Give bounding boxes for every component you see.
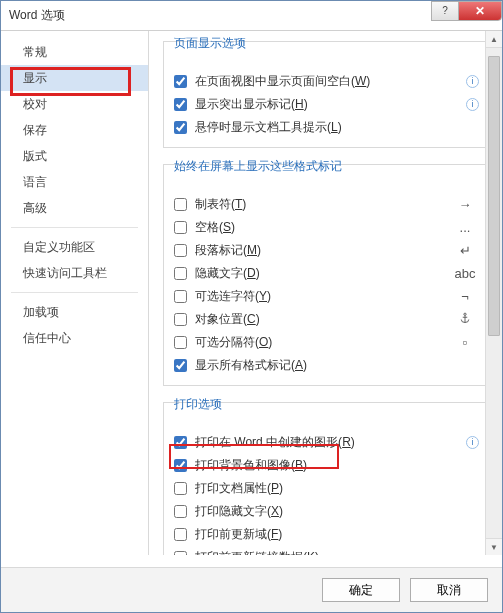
format-marks-checkbox-4[interactable] — [174, 290, 187, 303]
ok-button[interactable]: 确定 — [322, 578, 400, 602]
page-display-label-2: 悬停时显示文档工具提示(L) — [195, 119, 479, 136]
sidebar-item-2[interactable]: 校对 — [1, 91, 148, 117]
format-marks-row-0: 制表符(T)→ — [174, 193, 479, 216]
print-checkbox-5[interactable] — [174, 551, 187, 555]
sidebar-separator — [11, 292, 138, 293]
print-row-3: 打印隐藏文字(X) — [174, 500, 479, 523]
print-label-3: 打印隐藏文字(X) — [195, 503, 479, 520]
format-marks-label-0: 制表符(T) — [195, 196, 451, 213]
sidebar-item-4[interactable]: 版式 — [1, 143, 148, 169]
print-checkbox-2[interactable] — [174, 482, 187, 495]
format-marks-symbol-0: → — [451, 197, 479, 212]
format-marks-label-3: 隐藏文字(D) — [195, 265, 451, 282]
page-display-row-2: 悬停时显示文档工具提示(L) — [174, 116, 479, 139]
format-marks-label-4: 可选连字符(Y) — [195, 288, 451, 305]
page-display-checkbox-0[interactable] — [174, 75, 187, 88]
format-marks-label-1: 空格(S) — [195, 219, 451, 236]
print-checkbox-1[interactable] — [174, 459, 187, 472]
page-display-label-1: 显示突出显示标记(H) — [195, 96, 462, 113]
scroll-thumb[interactable] — [488, 56, 500, 336]
sidebar-item-5[interactable]: 语言 — [1, 169, 148, 195]
titlebar-buttons: ? ✕ — [432, 1, 502, 23]
close-button[interactable]: ✕ — [458, 1, 502, 21]
format-marks-row-4: 可选连字符(Y)¬ — [174, 285, 479, 308]
format-marks-section: 始终在屏幕上显示这些格式标记制表符(T)→空格(S)...段落标记(M)↵隐藏文… — [163, 164, 490, 386]
format-marks-row-1: 空格(S)... — [174, 216, 479, 239]
info-icon[interactable]: i — [466, 98, 479, 111]
titlebar: Word 选项 ? ✕ — [1, 1, 502, 31]
help-button[interactable]: ? — [431, 1, 459, 21]
sidebar-item-8[interactable]: 快速访问工具栏 — [1, 260, 148, 286]
format-marks-symbol-5 — [451, 312, 479, 327]
format-marks-row-3: 隐藏文字(D)abc — [174, 262, 479, 285]
print-label-2: 打印文档属性(P) — [195, 480, 479, 497]
print-label-5: 打印前更新链接数据(K) — [195, 549, 479, 555]
format-marks-checkbox-0[interactable] — [174, 198, 187, 211]
format-marks-label-5: 对象位置(C) — [195, 311, 451, 328]
format-marks-checkbox-7[interactable] — [174, 359, 187, 372]
format-marks-symbol-4: ¬ — [451, 289, 479, 304]
svg-point-0 — [464, 313, 466, 315]
format-marks-row-5: 对象位置(C) — [174, 308, 479, 331]
page-display-checkbox-1[interactable] — [174, 98, 187, 111]
format-marks-label-7: 显示所有格式标记(A) — [195, 357, 479, 374]
scroll-up-button[interactable]: ▲ — [486, 31, 502, 48]
sidebar-item-1[interactable]: 显示 — [1, 65, 148, 91]
format-marks-checkbox-2[interactable] — [174, 244, 187, 257]
page-display-row-1: 显示突出显示标记(H)i — [174, 93, 479, 116]
print-row-4: 打印前更新域(F) — [174, 523, 479, 546]
format-marks-symbol-3: abc — [451, 266, 479, 281]
info-icon[interactable]: i — [466, 436, 479, 449]
print-section: 打印选项打印在 Word 中创建的图形(R)i打印背景色和图像(B)打印文档属性… — [163, 402, 490, 555]
print-row-0: 打印在 Word 中创建的图形(R)i — [174, 431, 479, 454]
print-checkbox-0[interactable] — [174, 436, 187, 449]
page-display-label-0: 在页面视图中显示页面间空白(W) — [195, 73, 462, 90]
sidebar-separator — [11, 227, 138, 228]
sidebar-item-10[interactable]: 信任中心 — [1, 325, 148, 351]
format-marks-row-7: 显示所有格式标记(A) — [174, 354, 479, 377]
print-row-2: 打印文档属性(P) — [174, 477, 479, 500]
format-marks-symbol-1: ... — [451, 220, 479, 235]
scroll-down-button[interactable]: ▼ — [486, 538, 502, 555]
print-label-1: 打印背景色和图像(B) — [195, 457, 479, 474]
cancel-button[interactable]: 取消 — [410, 578, 488, 602]
print-row-1: 打印背景色和图像(B) — [174, 454, 479, 477]
format-marks-label-6: 可选分隔符(O) — [195, 334, 451, 351]
sidebar-item-0[interactable]: 常规 — [1, 39, 148, 65]
format-marks-symbol-6: ▫ — [451, 335, 479, 350]
print-checkbox-3[interactable] — [174, 505, 187, 518]
print-label-4: 打印前更新域(F) — [195, 526, 479, 543]
format-marks-symbol-2: ↵ — [451, 243, 479, 258]
page-display-row-0: 在页面视图中显示页面间空白(W)i — [174, 70, 479, 93]
options-dialog: Word 选项 ? ✕ 常规显示校对保存版式语言高级自定义功能区快速访问工具栏加… — [0, 0, 503, 613]
content-pane: 页面显示选项在页面视图中显示页面间空白(W)i显示突出显示标记(H)i悬停时显示… — [149, 31, 502, 555]
info-icon[interactable]: i — [466, 75, 479, 88]
format-marks-checkbox-3[interactable] — [174, 267, 187, 280]
sidebar-item-7[interactable]: 自定义功能区 — [1, 234, 148, 260]
format-marks-row-6: 可选分隔符(O)▫ — [174, 331, 479, 354]
print-label-0: 打印在 Word 中创建的图形(R) — [195, 434, 462, 451]
format-marks-checkbox-6[interactable] — [174, 336, 187, 349]
page-display-section: 页面显示选项在页面视图中显示页面间空白(W)i显示突出显示标记(H)i悬停时显示… — [163, 41, 490, 148]
scrollbar[interactable]: ▲ ▼ — [485, 31, 502, 555]
print-checkbox-4[interactable] — [174, 528, 187, 541]
sidebar: 常规显示校对保存版式语言高级自定义功能区快速访问工具栏加载项信任中心 — [1, 31, 149, 555]
format-marks-checkbox-5[interactable] — [174, 313, 187, 326]
dialog-footer: 确定 取消 — [1, 567, 502, 612]
page-display-checkbox-2[interactable] — [174, 121, 187, 134]
dialog-body: 常规显示校对保存版式语言高级自定义功能区快速访问工具栏加载项信任中心 页面显示选… — [1, 31, 502, 555]
window-title: Word 选项 — [9, 7, 432, 24]
print-row-5: 打印前更新链接数据(K) — [174, 546, 479, 555]
format-marks-checkbox-1[interactable] — [174, 221, 187, 234]
format-marks-row-2: 段落标记(M)↵ — [174, 239, 479, 262]
sidebar-item-9[interactable]: 加载项 — [1, 299, 148, 325]
sidebar-item-3[interactable]: 保存 — [1, 117, 148, 143]
sidebar-item-6[interactable]: 高级 — [1, 195, 148, 221]
format-marks-label-2: 段落标记(M) — [195, 242, 451, 259]
